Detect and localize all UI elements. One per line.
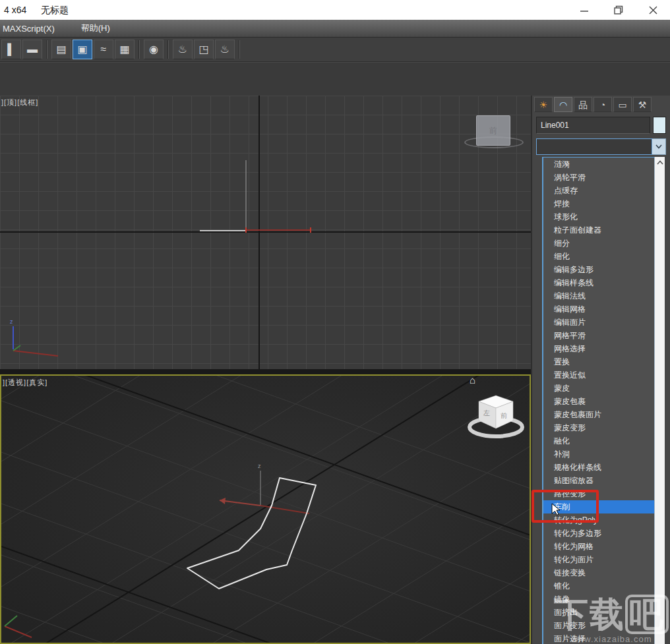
viewcube-face-label: 前 — [489, 125, 497, 136]
modifier-list-item[interactable]: 点缓存 — [543, 184, 654, 197]
toolbar-partial-icon: ▌ — [7, 44, 15, 55]
dropdown-chevron-button[interactable] — [652, 138, 666, 155]
render-setup-teapot-icon: ♨ — [178, 44, 187, 55]
mouse-cursor — [551, 503, 562, 517]
modifier-list-item[interactable]: 网格平滑 — [543, 329, 654, 342]
modifier-list-item[interactable]: 编辑网格 — [543, 303, 654, 316]
tab-utilities[interactable]: ⚒ — [633, 97, 652, 112]
toolbar-partial-icon[interactable]: ▌ — [1, 40, 21, 59]
modifier-list-item[interactable]: 锥化 — [543, 579, 654, 593]
modifier-list-item[interactable]: 置换近似 — [543, 368, 654, 382]
modifier-list-item[interactable]: 粒子面创建器 — [543, 223, 654, 237]
modifier-list-item[interactable]: 细分 — [543, 237, 654, 250]
tab-display[interactable]: ▭ — [613, 97, 632, 112]
window-title: 4 x64 — [4, 5, 26, 15]
menu-maxscript[interactable]: MAXScript(X) — [0, 24, 64, 34]
title-bar: 4 x64 无标题 — [0, 0, 670, 20]
minimize-button[interactable] — [567, 0, 601, 20]
rendered-frame-window-icon: ◳ — [198, 44, 208, 55]
scrollbar-up-button[interactable] — [655, 157, 665, 167]
command-panel-tabs: ☀◠品◔▭⚒ — [534, 97, 652, 112]
toolbar-separator — [138, 40, 140, 59]
viewcube-top[interactable]: 前 — [476, 115, 510, 146]
viewcube-left-label: 左 — [483, 409, 490, 417]
toolbar-empty-strip — [0, 62, 670, 96]
modifier-list-item[interactable]: 蒙皮包裹面片 — [543, 408, 654, 421]
modifier-list-item[interactable]: 编辑多边形 — [543, 263, 654, 276]
main-toolbar: ▌▬▤▣≈▦◉♨◳♨ — [0, 38, 670, 62]
restore-icon — [614, 5, 623, 15]
curve-editor-icon[interactable]: ≈ — [94, 40, 113, 59]
list-scrollbar[interactable] — [654, 157, 665, 644]
modifier-list-item[interactable]: 蒙皮 — [543, 382, 654, 395]
align-icon: ▬ — [27, 44, 38, 55]
material-editor-icon: ◉ — [149, 44, 158, 55]
modifier-list-item[interactable]: 编辑面片 — [543, 316, 654, 329]
object-name-field[interactable] — [536, 117, 650, 134]
modifier-list-item[interactable]: 规格化样条线 — [543, 461, 654, 474]
modifier-list-item[interactable]: 转化为多边形 — [543, 527, 654, 540]
viewport-splitter[interactable] — [0, 369, 531, 374]
modifier-list-item[interactable]: 转化为网格 — [543, 540, 654, 553]
menu-bar: MAXScript(X) 帮助(H) — [0, 20, 670, 38]
modifier-list-item[interactable]: 链接变换 — [543, 566, 654, 579]
modifier-list-item[interactable]: 涟漪 — [543, 158, 654, 171]
modifier-list-item[interactable]: 球形化 — [543, 210, 654, 223]
viewport-perspective-label[interactable]: ][透视][真实] — [3, 378, 47, 388]
restore-button[interactable] — [601, 0, 636, 20]
align-icon[interactable]: ▬ — [22, 40, 42, 59]
top-view-drawing: z — [0, 96, 531, 369]
layer-manager-icon[interactable]: ▤ — [51, 40, 71, 59]
tab-create[interactable]: ☀ — [534, 97, 553, 112]
minimize-icon — [580, 6, 588, 14]
chevron-down-icon — [655, 144, 662, 149]
tab-create-icon: ☀ — [539, 100, 548, 109]
render-production-teapot-icon[interactable]: ♨ — [215, 40, 235, 59]
viewport-perspective[interactable]: ][透视][真实] z ⌂ 左 前 — [0, 374, 531, 644]
dope-sheet-icon[interactable]: ▦ — [115, 40, 135, 59]
modifier-list-item[interactable]: 编辑样条线 — [543, 276, 654, 289]
watermark-logo: 下载吧 — [554, 595, 669, 634]
modifier-list-item[interactable]: 转化为面片 — [543, 553, 654, 566]
render-setup-teapot-icon[interactable]: ♨ — [173, 40, 193, 59]
modifier-list-item[interactable]: 融化 — [543, 434, 654, 448]
modifier-list-item[interactable]: 细化 — [543, 250, 654, 263]
viewport-top[interactable]: ][顶][线框] z 前 — [0, 96, 531, 369]
tab-utilities-icon: ⚒ — [638, 100, 647, 109]
modifier-list-item[interactable]: 网格选择 — [543, 342, 654, 355]
viewcube-home-icon[interactable]: ⌂ — [470, 374, 475, 386]
menu-help[interactable]: 帮助(H) — [64, 22, 119, 34]
watermark-url: www.xiazaiba.com — [554, 634, 669, 644]
viewcube-perspective[interactable]: 左 前 — [464, 390, 528, 446]
rendered-frame-window-icon[interactable]: ◳ — [194, 40, 214, 59]
viewport-top-label[interactable]: ][顶][线框] — [1, 98, 38, 107]
command-panel: ☀◠品◔▭⚒ 涟漪涡轮平滑点缓存焊接球形化粒子面创建器细分细化编辑多边形编辑样条… — [531, 96, 670, 644]
toolbar-separator — [239, 40, 240, 59]
scene-explorer-folder-icon[interactable]: ▣ — [73, 40, 92, 59]
close-button[interactable] — [636, 0, 670, 20]
toolbar-separator — [46, 40, 47, 59]
highlight-annotation-box — [532, 490, 599, 523]
viewcube-front-label: 前 — [501, 412, 507, 419]
modifier-list-item[interactable]: 编辑法线 — [543, 289, 654, 303]
modifier-list-item[interactable]: 涡轮平滑 — [543, 171, 654, 184]
object-color-swatch[interactable] — [653, 117, 666, 134]
tab-motion[interactable]: ◔ — [594, 97, 612, 112]
modifier-list-item[interactable]: 补洞 — [543, 448, 654, 461]
curve-editor-icon: ≈ — [101, 44, 107, 55]
modifier-dropdown[interactable] — [536, 138, 652, 155]
modifier-list-item[interactable]: 焊接 — [543, 197, 654, 210]
modifier-list-item[interactable]: 置换 — [543, 355, 654, 368]
modifier-list-item[interactable]: 蒙皮包裹 — [543, 395, 654, 408]
perspective-drawing: z — [1, 376, 530, 643]
render-production-teapot-icon: ♨ — [220, 44, 229, 55]
close-icon — [649, 6, 657, 15]
tab-hierarchy-icon: 品 — [578, 100, 588, 109]
modifier-list: 涟漪涡轮平滑点缓存焊接球形化粒子面创建器细分细化编辑多边形编辑样条线编辑法线编辑… — [542, 157, 654, 644]
material-editor-icon[interactable]: ◉ — [144, 40, 164, 59]
tab-hierarchy[interactable]: 品 — [574, 97, 592, 112]
modifier-list-item[interactable]: 蒙皮变形 — [543, 421, 654, 434]
tab-modify[interactable]: ◠ — [554, 97, 572, 112]
modifier-list-item[interactable]: 贴图缩放器 — [543, 474, 654, 487]
dope-sheet-icon: ▦ — [119, 44, 129, 55]
